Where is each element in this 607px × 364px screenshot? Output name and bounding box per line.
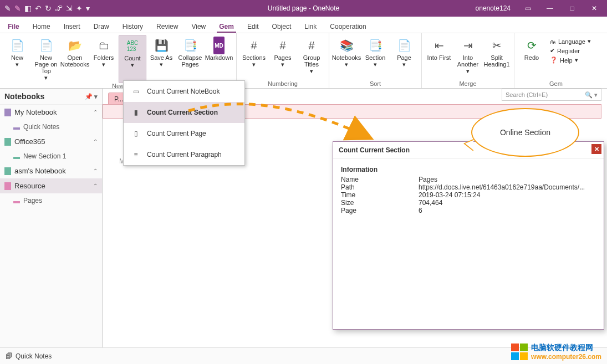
count-section-dialog: Count Current Section ✕ Information Name… — [333, 141, 604, 330]
ribbon: 📄New▾ 📄New Page on Top▾ 📂Open Notebooks … — [0, 33, 607, 89]
tab-home[interactable]: Home — [30, 19, 53, 33]
redo-button[interactable]: ⟳Redo — [518, 35, 545, 66]
markdown-button[interactable]: MDMarkdown — [205, 35, 233, 83]
notebook-item[interactable]: Quick Notes — [0, 120, 102, 134]
chevron-up-icon[interactable]: ⌃ — [93, 168, 98, 174]
register-icon: ✔ — [550, 47, 555, 54]
qat-highlighter-icon[interactable]: ✎ — [14, 4, 21, 13]
dialog-row-key: Path — [341, 183, 419, 191]
pages-button[interactable]: #Pages▾ — [269, 35, 297, 76]
quick-notes-icon[interactable]: 🗐 — [6, 352, 12, 360]
language-button[interactable]: 🗛Language ▾ — [550, 38, 591, 45]
split-heading1-button[interactable]: ✂Split Heading1 — [483, 35, 511, 76]
notebook-item-label: Quick Notes — [23, 123, 59, 131]
count-dropdown: ▭Count Current NoteBook ▮Count Current S… — [123, 80, 245, 166]
tab-edit[interactable]: Edit — [245, 19, 261, 33]
notebook-item-label: asm's Notebook — [14, 167, 66, 175]
notebook-item[interactable]: asm's Notebook⌃ — [0, 163, 102, 178]
chevron-up-icon[interactable]: ⌃ — [93, 109, 98, 115]
close-icon[interactable]: ✕ — [586, 4, 603, 12]
register-button[interactable]: ✔Register — [550, 47, 591, 54]
dialog-close-button[interactable]: ✕ — [591, 144, 601, 154]
dialog-row-key: Time — [341, 191, 419, 199]
count-section-item[interactable]: ▮Count Current Section — [124, 102, 244, 123]
tab-object[interactable]: Object — [270, 19, 294, 33]
new-button[interactable]: 📄New▾ — [3, 35, 31, 83]
save-as-button[interactable]: 💾Save As▾ — [147, 35, 175, 83]
count-button[interactable]: ABC123Count▾ — [119, 35, 146, 83]
tab-draw[interactable]: Draw — [91, 19, 111, 33]
section-color-icon — [13, 157, 20, 159]
notebook-item[interactable]: My Notebook⌃ — [0, 105, 102, 120]
notebook-item[interactable]: New Section 1 — [0, 149, 102, 163]
section-color-icon — [13, 127, 20, 130]
notebook-item-label: New Section 1 — [23, 152, 66, 160]
qat-undo-icon[interactable]: ↶ — [35, 4, 42, 13]
dialog-row: Page6 — [341, 207, 596, 214]
dialog-row-value: Pages — [419, 176, 596, 183]
sort-page-button[interactable]: 📄Page▾ — [390, 35, 418, 69]
quick-access-toolbar: ✎ ✎ ◧ ↶ ↻ 🖇 ⇲ ✦ ▾ — [0, 4, 90, 13]
qat-eraser-icon[interactable]: ◧ — [24, 4, 32, 13]
tab-view[interactable]: View — [189, 19, 208, 33]
into-first-button[interactable]: ⇤Into First — [425, 35, 453, 76]
group-titles-button[interactable]: #Group Titles▾ — [298, 35, 325, 76]
notebook-item-label: Resource — [14, 182, 45, 190]
sort-section-button[interactable]: 📑Section▾ — [361, 35, 389, 69]
tab-review[interactable]: Review — [154, 19, 180, 33]
chevron-up-icon[interactable]: ⌃ — [93, 139, 98, 145]
into-another-button[interactable]: ⇥Into Another▾ — [454, 35, 482, 76]
dialog-row: Time2019-03-24 07:15:24 — [341, 191, 596, 199]
search-input[interactable]: Search (Ctrl+E) 🔍 ▾ — [502, 89, 601, 101]
folders-button[interactable]: 🗀Folders▾ — [90, 35, 118, 83]
count-page-item[interactable]: ▯Count Current Page — [124, 123, 244, 144]
tab-file[interactable]: File — [6, 19, 22, 33]
notebook-item[interactable]: Office365⌃ — [0, 134, 102, 149]
notebooks-header: Notebooks 📌 ▾ — [0, 89, 102, 105]
qat-attach-icon[interactable]: 🖇 — [55, 4, 63, 13]
qat-dropdown-icon[interactable]: ▾ — [86, 4, 90, 13]
callout: Online Section — [471, 108, 579, 157]
chevron-up-icon[interactable]: ⌃ — [93, 183, 98, 189]
qat-addin-icon[interactable]: ✦ — [76, 4, 83, 13]
ribbon-group-numbering: #Sections▾ #Pages▾ #Group Titles▾ Number… — [237, 33, 329, 88]
count-paragraph-item[interactable]: ≡Count Current Paragraph — [124, 144, 244, 165]
quick-notes-label[interactable]: Quick Notes — [16, 352, 52, 360]
ribbon-tabs: File Home Insert Draw History Review Vie… — [0, 17, 607, 33]
qat-pen-icon[interactable]: ✎ — [4, 4, 11, 13]
notebook-item[interactable]: Pages — [0, 193, 102, 208]
notebooks-panel: Notebooks 📌 ▾ My Notebook⌃Quick NotesOff… — [0, 89, 103, 347]
maximize-icon[interactable]: □ — [564, 4, 580, 12]
tab-cooperation[interactable]: Cooperation — [328, 19, 368, 33]
qat-refresh-icon[interactable]: ↻ — [45, 4, 52, 13]
dialog-row-key: Page — [341, 207, 419, 214]
minimize-icon[interactable]: — — [542, 4, 558, 12]
app-title: Untitled page - OneNote — [268, 4, 339, 12]
open-notebooks-button[interactable]: 📂Open Notebooks — [61, 35, 89, 83]
group-label-numbering: Numbering — [268, 80, 298, 87]
dialog-row-value: https://d.docs.live.net/61463a0162e719aa… — [419, 183, 596, 191]
search-icon: 🔍 ▾ — [585, 91, 598, 99]
tab-insert[interactable]: Insert — [62, 19, 83, 33]
qat-dock-icon[interactable]: ⇲ — [66, 4, 73, 13]
ribbon-display-icon[interactable]: ▭ — [519, 4, 536, 12]
tab-link[interactable]: Link — [302, 19, 319, 33]
collapse-pages-button[interactable]: 📑Collapse Pages — [176, 35, 204, 83]
tab-gem[interactable]: Gem — [217, 19, 236, 33]
new-page-top-button[interactable]: 📄New Page on Top▾ — [32, 35, 60, 83]
sort-notebooks-button[interactable]: 📚Notebooks▾ — [333, 35, 360, 69]
notebook-icon: ▭ — [131, 88, 140, 95]
dialog-row-key: Name — [341, 176, 419, 183]
dialog-row-value: 2019-03-24 07:15:24 — [419, 191, 596, 199]
pin-icon[interactable]: 📌 ▾ — [85, 93, 98, 100]
tab-history[interactable]: History — [120, 19, 145, 33]
ribbon-group-gem: ⟳Redo 🗛Language ▾ ✔Register ❓Help ▾ Gem — [514, 33, 598, 88]
user-label[interactable]: onenote124 — [476, 4, 511, 12]
watermark: 电脑软硬件教程网 www.computer26.com — [511, 343, 601, 361]
help-button[interactable]: ❓Help ▾ — [550, 57, 591, 64]
notebook-color-icon — [4, 167, 11, 175]
count-notebook-item[interactable]: ▭Count Current NoteBook — [124, 81, 244, 102]
sections-button[interactable]: #Sections▾ — [240, 35, 268, 76]
notebook-item[interactable]: Resource⌃ — [0, 178, 102, 193]
notebook-item-label: Pages — [23, 197, 42, 204]
